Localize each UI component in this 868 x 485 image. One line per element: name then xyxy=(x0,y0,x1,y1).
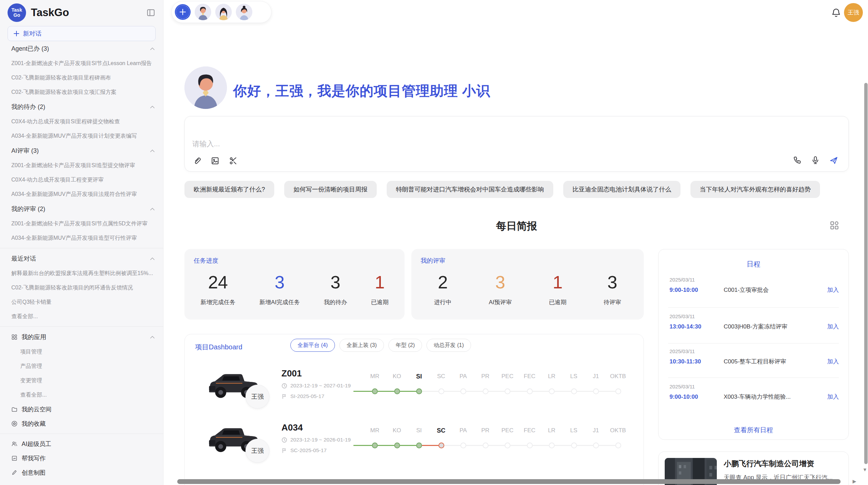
milestone-line xyxy=(353,391,372,392)
new-chat-button[interactable]: 新对话 xyxy=(8,26,156,41)
suggestion-chip[interactable]: 欧洲新规最近颁布了什么? xyxy=(184,181,274,198)
tab-new-platform[interactable]: 全新平台 (4) xyxy=(290,339,335,352)
suggestion-chip[interactable]: 如何写一份清晰的项目周报 xyxy=(284,181,377,198)
view-all-schedule-link[interactable]: 查看所有日程 xyxy=(659,426,848,435)
sidebar: Task Go TaskGo 新对话 Agent已办 (3) Z001-全新燃油… xyxy=(0,0,164,485)
sidebar-item-cloud-space[interactable]: 我的云空间 xyxy=(0,402,163,416)
schedule-entry[interactable]: 2025/03/11 9:00-10:00 C001-立项审批会 加入 xyxy=(670,277,839,294)
sidebar-item-creative-drawing[interactable]: 创意制图 xyxy=(0,465,163,480)
suggestion-chip[interactable]: 当下年轻人对汽车外观有怎样的喜好趋势 xyxy=(690,181,820,198)
list-item[interactable]: A034-全新新能源MUV产品开发项目法规符合性评审 xyxy=(0,187,163,201)
milestone-line xyxy=(599,445,615,446)
chat-input[interactable] xyxy=(192,139,707,153)
sidebar-item-favorites[interactable]: 我的收藏 xyxy=(0,416,163,431)
list-item[interactable]: Z001-全新燃油轻卡产品开发项目SI造型提交物评审 xyxy=(0,158,163,173)
stat: 3 我的待办 xyxy=(324,269,347,315)
screenshot-button[interactable] xyxy=(229,156,238,165)
list-item[interactable]: A034-全新新能源MUV产品开发项目计划变更表编写 xyxy=(0,129,163,143)
send-button[interactable] xyxy=(829,156,838,165)
briefing-layout-button[interactable] xyxy=(830,221,839,230)
join-meeting-link[interactable]: 加入 xyxy=(827,323,839,331)
flag-icon xyxy=(281,448,287,453)
section-header-my-review[interactable]: 我的评审 (2) xyxy=(0,201,163,216)
add-agent-button[interactable] xyxy=(175,4,191,20)
schedule-entry[interactable]: 2025/03/11 9:00-10:00 X003-车辆动力学性能验... 加… xyxy=(670,384,839,401)
milestone-dot xyxy=(615,443,621,448)
milestone-dot xyxy=(549,443,555,448)
list-item[interactable]: 解释最新出台的欧盟报废车法规再生塑料比例被调至15%... xyxy=(0,266,163,281)
schedule-entry[interactable]: 2025/03/11 13:00-14:30 C003|H0B-方案冻结评审 加… xyxy=(670,313,839,331)
sidebar-item-help-me-write[interactable]: 帮我写作 xyxy=(0,451,163,465)
list-item[interactable]: C02-飞腾新能源轻客改款项目立项汇报方案 xyxy=(0,85,163,99)
chevron-up-icon xyxy=(150,149,155,152)
stat-label: 进行中 xyxy=(434,298,451,306)
join-meeting-link[interactable]: 加入 xyxy=(827,286,839,294)
section-title: 我的待办 (2) xyxy=(11,103,150,111)
section-header-agent-done[interactable]: Agent已办 (3) xyxy=(0,41,163,56)
stat-value: 3 xyxy=(495,272,505,293)
list-item[interactable]: C0X4-动力总成开发项目SI里程碑提交物检查 xyxy=(0,114,163,129)
view-all-link[interactable]: 查看全部... xyxy=(0,309,163,324)
sidebar-item-my-apps[interactable]: 我的应用 xyxy=(0,329,163,345)
scroll-right-arrow-icon[interactable]: ▶ xyxy=(853,478,856,484)
greeting-title: 你好，王强，我是你的项目管理助理 小识 xyxy=(233,82,490,100)
horizontal-scrollbar[interactable] xyxy=(177,479,841,484)
view-all-link[interactable]: 查看全部... xyxy=(0,388,163,402)
sidebar-collapse-button[interactable] xyxy=(145,7,156,18)
sidebar-item-label: 我的应用 xyxy=(22,333,146,341)
sidebar-item-product-mgmt[interactable]: 产品管理 xyxy=(0,359,163,373)
list-item[interactable]: C0X4-动力总成开发项目工程变更评审 xyxy=(0,173,163,187)
milestone-line xyxy=(489,445,505,446)
section-header-ai-review[interactable]: AI评审 (3) xyxy=(0,143,163,158)
tab-new-body[interactable]: 全新上装 (3) xyxy=(339,339,384,352)
join-meeting-link[interactable]: 加入 xyxy=(827,358,839,365)
project-row[interactable]: 王强 Z001 2023-12-19 ~ 2027-01-19 SI-2025-… xyxy=(185,365,643,420)
agent-avatar-3[interactable] xyxy=(236,4,252,20)
list-item[interactable]: C02-飞腾新能源轻客改款项目的闭环通告反馈情况 xyxy=(0,281,163,295)
sidebar-item-ai-super-staff[interactable]: AI超级员工 xyxy=(0,437,163,451)
sidebar-item-change-mgmt[interactable]: 变更管理 xyxy=(0,373,163,388)
list-item[interactable]: C02-飞腾新能源轻客改款项目里程碑画布 xyxy=(0,71,163,85)
user-avatar[interactable]: 王强 xyxy=(844,3,863,22)
date-range-text: 2023-12-19 ~ 2027-01-19 xyxy=(290,383,351,389)
schedule-time: 13:00-14:30 xyxy=(670,323,724,330)
tab-powertrain-dev[interactable]: 动总开发 (1) xyxy=(426,339,471,352)
scroll-down-arrow-icon[interactable]: ▼ xyxy=(863,467,867,472)
agent-avatar-2[interactable] xyxy=(215,4,232,20)
sidebar-item-project-mgmt[interactable]: 项目管理 xyxy=(0,345,163,359)
attachment-button[interactable] xyxy=(192,156,202,165)
milestone-dot xyxy=(460,443,466,448)
milestone-track xyxy=(353,388,621,394)
join-meeting-link[interactable]: 加入 xyxy=(827,393,839,401)
milestone-dot xyxy=(416,443,422,448)
notification-bell-button[interactable] xyxy=(831,8,842,19)
milestone-label: KO xyxy=(386,373,408,380)
project-row[interactable]: 王强 A034 2023-12-19 ~ 2026-01-19 SC-2025-… xyxy=(185,420,643,474)
tab-model-year[interactable]: 年型 (2) xyxy=(388,339,422,352)
list-item[interactable]: Z001-全新燃油轻卡产品开发项目SI节点属性5D文件评审 xyxy=(0,216,163,231)
schedule-entry[interactable]: 2025/03/11 10:30-11:30 C005-整车工程目标评审 加入 xyxy=(670,348,839,365)
vertical-scrollbar[interactable] xyxy=(864,83,868,464)
section-header-my-todo[interactable]: 我的待办 (2) xyxy=(0,99,163,114)
milestone-dot xyxy=(527,388,533,394)
schedule-title: 日程 xyxy=(659,260,848,269)
voice-call-button[interactable] xyxy=(793,156,802,165)
list-item[interactable]: A034-全新新能源MUV产品开发项目造型可行性评审 xyxy=(0,231,163,245)
suggestion-chips: 欧洲新规最近颁布了什么? 如何写一份清晰的项目周报 特朗普可能对进口汽车增税会对… xyxy=(184,181,820,198)
chevron-up-icon xyxy=(150,257,155,260)
section-header-recent-chats[interactable]: 最近对话 xyxy=(0,251,163,266)
phone-icon xyxy=(793,156,802,165)
microphone-button[interactable] xyxy=(811,156,820,165)
list-item[interactable]: Z001-全新燃油皮卡产品开发项目SI节点Lesson Learn报告 xyxy=(0,56,163,71)
suggestion-chip[interactable]: 特朗普可能对进口汽车增税会对中国车企造成哪些影响 xyxy=(387,181,553,198)
list-item[interactable]: 公司Q3轻卡销量 xyxy=(0,295,163,309)
suggestion-chip[interactable]: 比亚迪全固态电池计划具体说了什么 xyxy=(563,181,680,198)
agent-avatar-1[interactable] xyxy=(195,4,211,20)
clock-icon xyxy=(281,383,287,389)
milestone-dot xyxy=(372,443,378,448)
image-upload-button[interactable] xyxy=(210,156,220,165)
owner-name: 王强 xyxy=(251,447,264,455)
stat-label: 待评审 xyxy=(604,298,621,306)
schedule-event-title: X003-车辆动力学性能验... xyxy=(724,393,827,401)
dashboard-title: 项目Dashboard xyxy=(195,343,242,352)
